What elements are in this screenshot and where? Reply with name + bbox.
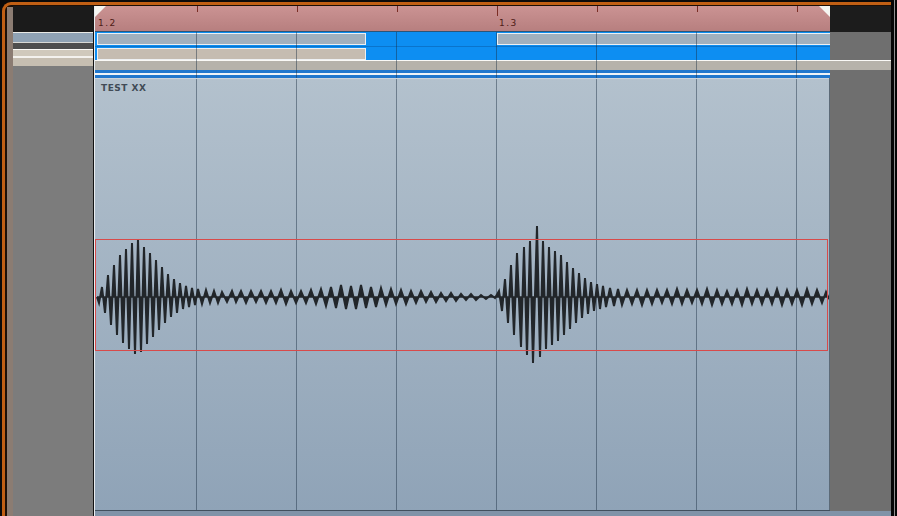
audio-event-block[interactable] xyxy=(97,33,366,45)
ruler-fold-right-icon xyxy=(819,6,830,17)
ruler-fold-left-icon xyxy=(95,6,106,17)
ruler-tick-minor xyxy=(797,6,798,12)
event-top-stripe-highlight xyxy=(95,73,830,75)
audio-event-block[interactable] xyxy=(97,48,366,60)
overview-lane-2[interactable] xyxy=(95,46,830,61)
window-right-edge-line xyxy=(894,0,895,516)
audio-editor-window: 1.21.3 TEST XX xyxy=(0,0,897,516)
ruler-bar-label: 1.3 xyxy=(499,18,518,28)
ruler-tick-minor xyxy=(697,6,698,12)
right-gap-low xyxy=(830,70,891,511)
ruler-tick-minor xyxy=(297,6,298,12)
waveform-right-border xyxy=(829,78,830,510)
event-top-stripe xyxy=(95,70,830,78)
ruler-tick-major xyxy=(497,6,498,16)
sidebar-header-strip xyxy=(13,6,93,32)
right-gap-mid xyxy=(830,32,891,60)
ruler-tick-minor xyxy=(597,6,598,12)
right-gap-top xyxy=(830,6,891,32)
audio-event-block[interactable] xyxy=(497,33,831,45)
overview-lane-1[interactable] xyxy=(95,32,830,46)
ruler-tick-minor xyxy=(197,6,198,12)
sidebar-track-strip-1[interactable] xyxy=(13,32,93,43)
sidebar-track-strip-3[interactable] xyxy=(13,58,93,66)
timeline-ruler[interactable]: 1.21.3 xyxy=(95,6,830,31)
sidebar-divider-strip xyxy=(13,49,93,56)
track-list-sidebar xyxy=(13,6,93,516)
waveform-display[interactable]: TEST XX xyxy=(95,78,830,511)
horizontal-scrollbar-strip[interactable] xyxy=(95,511,891,516)
ruler-tick-minor xyxy=(397,6,398,12)
divider-band xyxy=(95,60,891,70)
ruler-bar-label: 1.2 xyxy=(98,18,117,28)
selection-rectangle[interactable] xyxy=(95,239,828,351)
